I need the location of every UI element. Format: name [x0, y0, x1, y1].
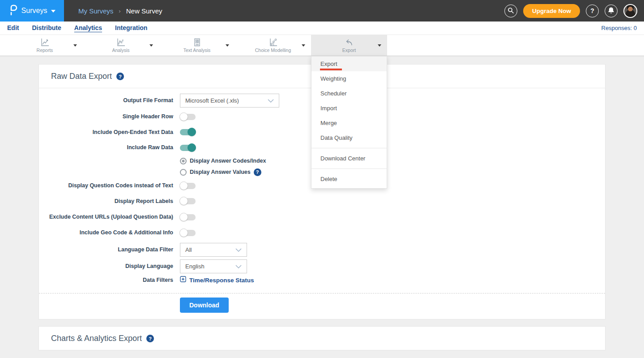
- toolbar-label: Export: [342, 47, 356, 53]
- toolbar-item-reports[interactable]: Reports: [7, 35, 83, 56]
- answer-values-radio[interactable]: [180, 169, 187, 176]
- exclude-content-urls-label: Exclude Content URLs (Upload Question Da…: [39, 214, 173, 221]
- breadcrumb-current-survey: New Survey: [126, 7, 162, 15]
- survey-nav: Edit Distribute Analytics Integration Re…: [0, 22, 644, 35]
- product-switcher[interactable]: Surveys: [0, 0, 64, 22]
- responses-count[interactable]: Responses: 0: [601, 25, 637, 31]
- chevron-down-icon[interactable]: [73, 44, 77, 47]
- download-button[interactable]: Download: [180, 298, 229, 313]
- toolbar-label: Analysis: [112, 47, 129, 53]
- data-filters-label: Data Filters: [39, 277, 173, 284]
- reports-chart-icon: [40, 38, 50, 47]
- help-icon[interactable]: ?: [116, 73, 124, 80]
- chevron-down-icon[interactable]: [302, 44, 305, 47]
- question-mark-icon: ?: [590, 7, 594, 14]
- include-open-ended-toggle[interactable]: [180, 129, 196, 135]
- include-open-ended-label: Include Open-Ended Text Data: [39, 129, 173, 136]
- upgrade-now-button[interactable]: Upgrade Now: [523, 4, 580, 18]
- export-arrow-icon: [344, 38, 354, 47]
- chevron-down-icon[interactable]: [226, 44, 229, 47]
- chevron-down-icon: [51, 10, 55, 13]
- toolbar-label: Reports: [37, 47, 53, 53]
- include-raw-data-toggle[interactable]: [180, 145, 196, 151]
- language-data-filter-select[interactable]: All: [180, 243, 247, 257]
- exclude-content-urls-toggle[interactable]: [180, 214, 196, 220]
- chevron-down-icon[interactable]: [378, 44, 381, 47]
- question-codes-toggle[interactable]: [180, 183, 196, 189]
- toolbar-item-text-analysis[interactable]: Text Analysis: [159, 35, 235, 56]
- raw-data-export-title: Raw Data Export: [51, 72, 112, 81]
- geo-code-label: Include Geo Code & Additional Info: [39, 229, 173, 237]
- tab-integration[interactable]: Integration: [115, 24, 147, 32]
- chevron-down-icon: [235, 263, 242, 270]
- output-file-format-label: Output File Format: [39, 97, 173, 104]
- search-button[interactable]: [504, 4, 517, 17]
- chevron-down-icon: [235, 246, 242, 253]
- menu-item-scheduler[interactable]: Scheduler: [311, 86, 387, 101]
- product-label: Surveys: [21, 7, 47, 15]
- question-codes-label: Display Question Codes instead of Text: [39, 182, 173, 190]
- bell-icon: [608, 7, 614, 15]
- expand-plus-icon: [180, 276, 186, 284]
- chevron-down-icon: [268, 97, 274, 104]
- red-annotation-underline: [320, 69, 342, 70]
- answer-codes-radio-label: Display Answer Codes/Index: [190, 158, 266, 164]
- tab-analytics[interactable]: Analytics: [74, 24, 102, 32]
- select-value: Microsoft Excel (.xls): [185, 97, 239, 104]
- export-dropdown-menu: Export Weighting Scheduler Import Merge …: [311, 56, 387, 189]
- user-avatar[interactable]: [623, 4, 637, 18]
- search-icon: [508, 7, 514, 15]
- menu-item-import[interactable]: Import: [311, 101, 387, 116]
- charts-analytics-export-card: Charts & Analytics Export ?: [38, 326, 606, 350]
- include-raw-data-label: Include Raw Data: [39, 144, 173, 151]
- help-icon[interactable]: ?: [146, 335, 154, 342]
- breadcrumb-my-surveys[interactable]: My Surveys: [78, 7, 113, 15]
- menu-item-export[interactable]: Export: [311, 56, 387, 71]
- display-language-label: Display Language: [39, 263, 173, 270]
- help-button[interactable]: ?: [586, 4, 599, 17]
- help-icon[interactable]: ?: [254, 168, 261, 176]
- menu-item-download-center[interactable]: Download Center: [311, 151, 387, 166]
- single-header-row-toggle[interactable]: [180, 114, 196, 120]
- menu-item-weighting[interactable]: Weighting: [311, 71, 387, 86]
- topbar-actions: Upgrade Now ?: [504, 4, 644, 18]
- menu-item-delete[interactable]: Delete: [311, 172, 387, 186]
- breadcrumb: My Surveys › New Survey: [78, 7, 162, 15]
- toolbar-item-choice-modelling[interactable]: Choice Modelling: [235, 35, 311, 56]
- answer-values-radio-label: Display Answer Values: [190, 169, 251, 175]
- toolbar-label: Text Analysis: [183, 47, 211, 53]
- menu-item-merge[interactable]: Merge: [311, 116, 387, 130]
- menu-item-data-quality[interactable]: Data Quality: [311, 130, 387, 145]
- language-data-filter-label: Language Data Filter: [39, 246, 173, 254]
- questionpro-logo-icon: [9, 4, 17, 17]
- breadcrumb-separator-icon: ›: [119, 8, 120, 14]
- answer-codes-radio[interactable]: [180, 158, 187, 164]
- choice-modelling-icon: [268, 38, 278, 47]
- charts-analytics-export-title: Charts & Analytics Export: [51, 334, 142, 343]
- tab-distribute[interactable]: Distribute: [32, 24, 61, 32]
- report-labels-toggle[interactable]: [180, 198, 196, 204]
- notifications-button[interactable]: [605, 4, 618, 17]
- report-labels-label: Display Report Labels: [39, 198, 173, 205]
- chevron-down-icon[interactable]: [149, 44, 153, 47]
- time-response-status-link[interactable]: Time/Response Status: [180, 276, 254, 284]
- toolbar-label: Choice Modelling: [255, 47, 291, 53]
- analysis-chart-icon: [116, 38, 126, 47]
- select-value: English: [185, 263, 205, 270]
- menu-divider: [311, 148, 387, 148]
- select-value: All: [185, 246, 192, 253]
- menu-divider: [311, 168, 387, 169]
- single-header-row-label: Single Header Row: [39, 113, 173, 121]
- output-file-format-select[interactable]: Microsoft Excel (.xls): [180, 94, 279, 108]
- analytics-toolbar: Reports Analysis Text Analysis Choice Mo…: [0, 35, 644, 56]
- display-language-select[interactable]: English: [180, 259, 247, 273]
- toolbar-item-export[interactable]: Export: [311, 35, 387, 56]
- geo-code-toggle[interactable]: [180, 230, 196, 236]
- toolbar-item-analysis[interactable]: Analysis: [83, 35, 159, 56]
- text-analysis-icon: [192, 38, 201, 47]
- tab-edit[interactable]: Edit: [7, 24, 19, 32]
- top-bar: Surveys My Surveys › New Survey Upgrade …: [0, 0, 644, 22]
- dashed-divider: [39, 293, 605, 293]
